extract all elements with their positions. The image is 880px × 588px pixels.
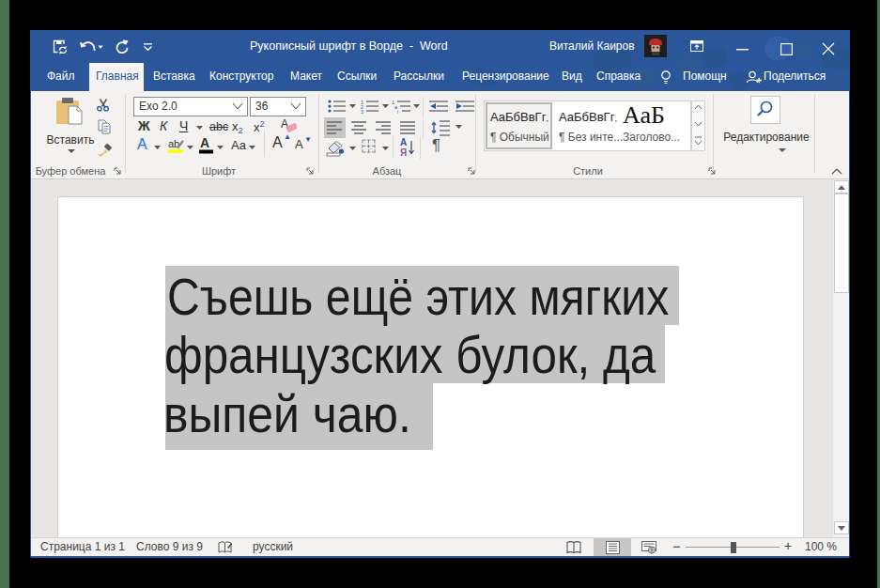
svg-text:3: 3 — [361, 109, 363, 115]
svg-text:А: А — [200, 135, 209, 150]
svg-text:А: А — [400, 137, 407, 147]
svg-text:Я: Я — [400, 147, 407, 158]
svg-text:i: i — [397, 109, 398, 114]
